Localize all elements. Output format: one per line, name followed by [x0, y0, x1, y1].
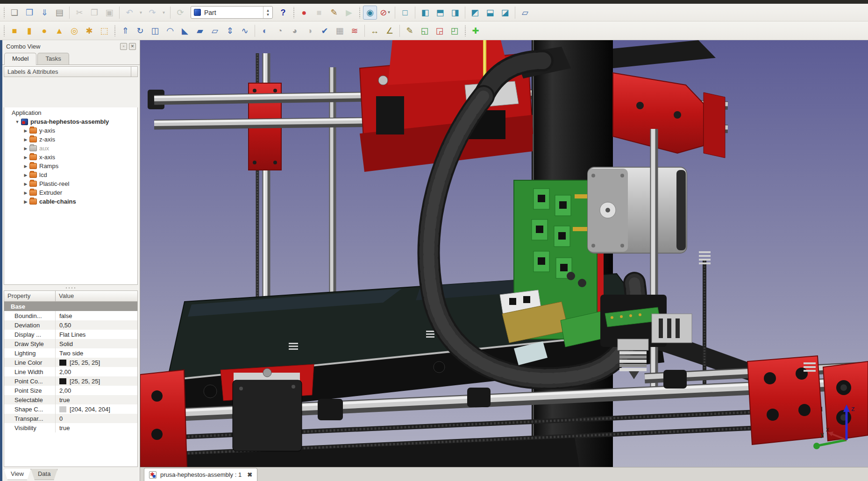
property-row-point-size[interactable]: Point Size2,00	[4, 386, 137, 395]
expander-closed-icon[interactable]: ▶	[23, 146, 28, 151]
tree-item-x-axis[interactable]: ▶x-axis	[4, 153, 137, 162]
view-right-icon[interactable]: ◨	[448, 6, 462, 20]
measure-linear-icon[interactable]: ↔	[368, 24, 382, 38]
expander-closed-icon[interactable]: ▶	[23, 191, 28, 195]
part-extrude-icon[interactable]: ⇑	[118, 24, 132, 38]
part-cut-icon[interactable]: ◔	[273, 24, 287, 38]
part-loft-icon[interactable]: ⇕	[223, 24, 237, 38]
part-create-primitives-icon[interactable]: ✱	[82, 24, 96, 38]
tree-item-application[interactable]: Application	[4, 108, 137, 117]
expander-closed-icon[interactable]: ▶	[23, 182, 28, 186]
document-tab[interactable]: prusa-hephestos-assembly : 1 ✖	[144, 468, 257, 481]
property-value[interactable]: Two side	[56, 350, 137, 357]
part-shape-builder-icon[interactable]: ⬚	[97, 24, 111, 38]
property-row-draw-style[interactable]: Draw StyleSolid	[4, 339, 137, 348]
document-tab-close-icon[interactable]: ✖	[247, 471, 252, 478]
toolbar-handle[interactable]	[113, 25, 117, 36]
whats-this-icon[interactable]: ?	[276, 6, 290, 20]
tab-model[interactable]: Model	[4, 53, 36, 65]
part-ruled-surface-icon[interactable]: ▱	[208, 24, 222, 38]
expander-closed-icon[interactable]: ▶	[23, 173, 28, 177]
panel-tab-data[interactable]: Data	[31, 469, 57, 480]
part-chamfer-icon[interactable]: ◣	[178, 24, 192, 38]
property-value[interactable]: 2,00	[56, 387, 137, 394]
new-document-icon[interactable]: ❏	[7, 6, 21, 20]
tree-item-cable-chains[interactable]: ▶cable-chains	[4, 197, 137, 206]
property-row-display-[interactable]: Display ...Flat Lines	[4, 330, 137, 339]
part-sphere-icon[interactable]: ●	[37, 24, 51, 38]
tree-item-plastic-reel[interactable]: ▶Plastic-reel	[4, 179, 137, 188]
measure-clear-icon[interactable]: ◰	[448, 24, 462, 38]
view-left-icon[interactable]: ◪	[498, 6, 512, 20]
part-torus-icon[interactable]: ◎	[67, 24, 81, 38]
macro-record-icon[interactable]: ●	[297, 6, 311, 20]
property-value[interactable]: false	[56, 312, 137, 319]
workbench-selector[interactable]: Part ▲▼	[191, 6, 273, 19]
tree-item-ramps[interactable]: ▶Ramps	[4, 162, 137, 170]
expander-open-icon[interactable]: ▼	[14, 120, 20, 124]
property-value[interactable]: Flat Lines	[56, 331, 137, 338]
workbench-selector-spinner[interactable]: ▲▼	[263, 7, 272, 18]
print-icon[interactable]: ▤	[52, 6, 66, 20]
measure-toggle-delta-icon[interactable]: ◲	[433, 24, 447, 38]
measure-angular-icon[interactable]: ∠	[383, 24, 397, 38]
tree-item-aux[interactable]: ▶aux	[4, 144, 137, 153]
panel-tab-view[interactable]: View	[4, 469, 31, 480]
expander-closed-icon[interactable]: ▶	[23, 128, 28, 133]
panel-close-button[interactable]: ✕	[129, 43, 136, 50]
property-row-line-color[interactable]: Line Color[25, 25, 25]	[4, 358, 137, 367]
tab-tasks[interactable]: Tasks	[37, 53, 69, 64]
expander-closed-icon[interactable]: ▶	[23, 164, 28, 169]
property-row-boundin-[interactable]: Boundin...false	[4, 311, 137, 320]
property-row-line-width[interactable]: Line Width2,00	[4, 367, 137, 376]
expander-closed-icon[interactable]: ▶	[23, 137, 28, 142]
part-make-face-icon[interactable]: ▰	[193, 24, 207, 38]
open-document-icon[interactable]: ❒	[22, 6, 36, 20]
property-row-deviation[interactable]: Deviation0,50	[4, 320, 137, 330]
part-intersection-icon[interactable]: ◑	[303, 24, 317, 38]
measure-toggle-all-icon[interactable]: ◱	[418, 24, 432, 38]
property-row-selectable[interactable]: Selectabletrue	[4, 395, 137, 404]
expander-closed-icon[interactable]: ▶	[23, 155, 28, 160]
part-revolve-icon[interactable]: ↻	[133, 24, 147, 38]
property-value[interactable]: 0	[56, 415, 137, 422]
part-defeaturing-icon[interactable]: ▦	[333, 24, 347, 38]
measure-refresh-icon[interactable]: ✎	[403, 24, 417, 38]
part-sweep-icon[interactable]: ∿	[238, 24, 252, 38]
part-cone-icon[interactable]: ▲	[52, 24, 66, 38]
part-mirror-icon[interactable]: ◫	[148, 24, 162, 38]
view-top-icon[interactable]: ⬒	[433, 6, 447, 20]
tree-item-z-axis[interactable]: ▶z-axis	[4, 135, 137, 144]
part-cylinder-icon[interactable]: ▮	[22, 24, 36, 38]
property-row-lighting[interactable]: LightingTwo side	[4, 348, 137, 358]
property-value[interactable]: 2,00	[56, 368, 137, 375]
property-row-point-co-[interactable]: Point Co...[25, 25, 25]	[4, 376, 137, 386]
toolbar-handle[interactable]	[292, 7, 296, 18]
part-union-icon[interactable]: ◕	[288, 24, 302, 38]
part-fillet-icon[interactable]: ◠	[163, 24, 177, 38]
measure-distance-icon[interactable]: ▱	[518, 6, 532, 20]
view-rear-icon[interactable]: ◩	[468, 6, 482, 20]
part-check-geometry-icon[interactable]: ✔	[318, 24, 332, 38]
panel-float-button[interactable]: ▫	[120, 43, 127, 50]
tree-item-prusa-hephestos-assembly[interactable]: ▼prusa-hephestos-assembly	[4, 117, 137, 126]
view-front-icon[interactable]: ◧	[418, 6, 432, 20]
draw-style-icon[interactable]: ⊘▾	[378, 6, 392, 20]
property-row-transpar-[interactable]: Transpar...0	[4, 414, 137, 423]
view-bottom-icon[interactable]: ⬓	[483, 6, 497, 20]
tree-item-y-axis[interactable]: ▶y-axis	[4, 126, 137, 135]
toolbar-handle[interactable]	[463, 25, 467, 36]
toolbar-handle[interactable]	[357, 7, 362, 18]
tree-item-extruder[interactable]: ▶Extruder	[4, 188, 137, 197]
property-value[interactable]: [25, 25, 25]	[56, 359, 137, 366]
part-box-icon[interactable]: ■	[7, 24, 21, 38]
property-value[interactable]: true	[56, 424, 137, 431]
property-row-shape-c-[interactable]: Shape C...[204, 204, 204]	[4, 404, 137, 414]
property-value[interactable]: true	[56, 396, 137, 403]
macro-edit-icon[interactable]: ✎	[327, 6, 341, 20]
property-value[interactable]: 0,50	[56, 322, 137, 329]
toolbar-handle[interactable]	[2, 25, 6, 36]
view-axonometric-icon[interactable]: □	[398, 6, 412, 20]
toolbar-handle[interactable]	[2, 7, 6, 18]
view-fit-all-icon[interactable]: ◉	[363, 6, 377, 20]
